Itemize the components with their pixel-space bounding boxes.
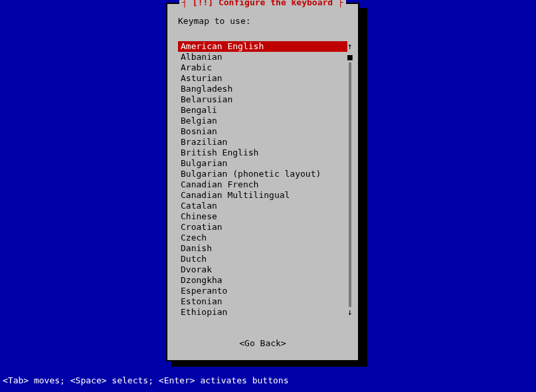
scroll-track[interactable] bbox=[349, 62, 351, 307]
list-item[interactable]: Asturian bbox=[178, 73, 347, 84]
list-item[interactable]: Danish bbox=[178, 243, 347, 254]
list-item[interactable]: Canadian French bbox=[178, 179, 347, 190]
list-item[interactable]: Albanian bbox=[178, 52, 347, 62]
list-item[interactable]: Chinese bbox=[178, 211, 347, 222]
list-item[interactable]: Czech bbox=[178, 233, 347, 243]
list-item[interactable]: American English bbox=[178, 41, 347, 52]
keymap-prompt: Keymap to use: bbox=[178, 16, 251, 26]
list-item[interactable]: Bangladesh bbox=[178, 84, 347, 94]
keymap-list[interactable]: American EnglishAlbanianArabicAsturianBa… bbox=[178, 41, 347, 318]
list-item[interactable]: Esperanto bbox=[178, 286, 347, 296]
list-item[interactable]: Canadian Multilingual bbox=[178, 190, 347, 201]
list-item[interactable]: Bosnian bbox=[178, 126, 347, 137]
list-item[interactable]: Bulgarian (phonetic layout) bbox=[178, 169, 347, 179]
list-item[interactable]: Ethiopian bbox=[178, 307, 347, 318]
list-item[interactable]: Bengali bbox=[178, 105, 347, 116]
list-item[interactable]: Belarusian bbox=[178, 94, 347, 105]
list-item[interactable]: Arabic bbox=[178, 62, 347, 73]
list-item[interactable]: Estonian bbox=[178, 296, 347, 307]
dialog-title-row: ┤ [!!] Configure the keyboard ├ bbox=[167, 0, 358, 7]
scroll-up-icon: ↑ bbox=[347, 41, 353, 52]
list-item[interactable]: Brazilian bbox=[178, 137, 347, 147]
list-item[interactable]: Catalan bbox=[178, 201, 347, 211]
dialog-title: ┤ [!!] Configure the keyboard ├ bbox=[179, 0, 346, 7]
list-item[interactable]: Dvorak bbox=[178, 264, 347, 275]
list-item[interactable]: Dutch bbox=[178, 254, 347, 264]
scroll-down-indicator: ↓ bbox=[347, 307, 353, 318]
configure-keyboard-dialog: ┤ [!!] Configure the keyboard ├ Keymap t… bbox=[166, 3, 359, 361]
scroll-thumb-icon: ■ bbox=[347, 52, 353, 62]
list-item[interactable]: Belgian bbox=[178, 116, 347, 126]
scroll-indicator: ↑ ■ bbox=[347, 41, 353, 62]
go-back-button[interactable]: <Go Back> bbox=[167, 338, 358, 348]
list-item[interactable]: Croatian bbox=[178, 222, 347, 233]
help-footer: <Tab> moves; <Space> selects; <Enter> ac… bbox=[3, 375, 288, 385]
scroll-down-icon: ↓ bbox=[347, 307, 353, 318]
list-item[interactable]: Dzongkha bbox=[178, 275, 347, 286]
list-item[interactable]: Bulgarian bbox=[178, 158, 347, 169]
list-item[interactable]: British English bbox=[178, 147, 347, 158]
